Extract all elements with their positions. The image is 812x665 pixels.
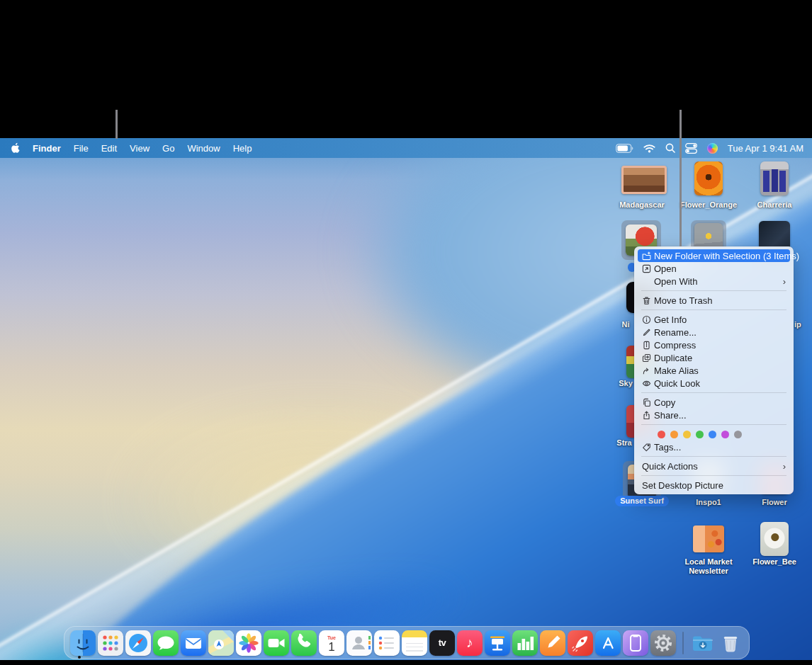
menubar-clock[interactable]: Tue Apr 1 9:41 AM <box>728 143 803 154</box>
desktop-file-flower-bee[interactable] <box>760 522 789 556</box>
menu-item-compress[interactable]: Compress <box>638 339 790 351</box>
dock-mail-icon[interactable] <box>181 630 206 656</box>
dock-pages-icon[interactable] <box>540 630 565 656</box>
menu-item-make-alias[interactable]: Make Alias <box>638 364 790 377</box>
menu-separator <box>641 456 786 457</box>
trash-icon <box>642 296 654 305</box>
desktop-file-label: Flower_Bee <box>743 557 806 567</box>
desktop-file-label: Flower <box>743 498 806 507</box>
desktop-file-label-selected: Sunset Surf <box>607 496 677 506</box>
menubar-menu-finder[interactable]: Finder <box>33 143 61 154</box>
dock-safari-icon[interactable] <box>125 630 151 656</box>
menu-item-get-info[interactable]: Get Info <box>638 313 790 326</box>
finder-running-indicator <box>78 656 81 659</box>
context-menu: New Folder with Selection (3 Items) Open… <box>634 246 794 494</box>
menu-item-share[interactable]: Share... <box>638 409 790 421</box>
dock-tv-icon[interactable]: tv <box>429 630 455 656</box>
menu-item-open-with[interactable]: Open With › <box>638 275 790 288</box>
tag-dot-purple[interactable] <box>721 431 729 438</box>
menu-item-new-folder-with-selection[interactable]: New Folder with Selection (3 Items) <box>638 249 790 262</box>
submenu-chevron-icon: › <box>783 277 786 286</box>
menu-item-quick-look[interactable]: Quick Look <box>638 377 790 390</box>
dock-calendar-icon[interactable]: Tue1 <box>319 630 344 656</box>
dock-downloads-folder-icon[interactable] <box>690 630 716 656</box>
tags-icon <box>642 443 654 452</box>
menubar-menu-go[interactable]: Go <box>162 143 174 154</box>
menu-item-copy[interactable]: Copy <box>638 396 790 409</box>
wallpaper-layer <box>43 372 595 627</box>
desktop-file-label: Inspo1 <box>677 498 740 507</box>
desktop-file-madagascar[interactable] <box>621 166 667 194</box>
siri-icon[interactable] <box>707 143 718 154</box>
submenu-chevron-icon: › <box>783 462 786 471</box>
dock-system-settings-icon[interactable] <box>650 630 676 656</box>
dock-music-icon[interactable] <box>457 630 483 656</box>
apple-menu-icon[interactable] <box>11 142 20 154</box>
menubar-menu-window[interactable]: Window <box>187 143 220 154</box>
dock-trash-icon[interactable] <box>718 630 743 656</box>
dock-rocket-icon[interactable] <box>568 630 593 656</box>
menu-separator <box>641 424 786 425</box>
dock-keynote-icon[interactable] <box>485 630 510 656</box>
desktop-file-label: Charreria <box>743 200 806 210</box>
desktop-file-flower-orange[interactable] <box>694 161 723 195</box>
desktop-file-charreria[interactable] <box>760 161 789 195</box>
menu-item-duplicate[interactable]: Duplicate <box>638 351 790 364</box>
search-icon[interactable] <box>665 143 675 153</box>
screenshot-stage: Finder File Edit View Go Window Help Tue… <box>0 0 812 665</box>
dock-numbers-icon[interactable] <box>512 630 538 656</box>
menu-bar-status: Tue Apr 1 9:41 AM <box>616 143 812 154</box>
tag-dot-blue[interactable] <box>709 431 716 438</box>
dock-maps-icon[interactable] <box>208 630 234 656</box>
menu-item-move-to-trash[interactable]: Move to Trash <box>638 294 790 307</box>
dock-phone-icon[interactable] <box>291 630 317 656</box>
menu-separator <box>641 309 786 310</box>
open-icon <box>642 264 654 273</box>
dock-messages-icon[interactable] <box>153 630 179 656</box>
callout-line-menubar <box>115 110 118 139</box>
wifi-icon[interactable] <box>643 144 655 153</box>
battery-icon[interactable] <box>616 144 633 153</box>
desktop[interactable]: Finder File Edit View Go Window Help Tue… <box>0 138 812 660</box>
control-center-icon[interactable] <box>685 143 697 154</box>
menubar-menu-help[interactable]: Help <box>233 143 252 154</box>
menu-separator <box>641 475 786 476</box>
dock-notes-icon[interactable] <box>402 630 427 656</box>
dock-appstore-icon[interactable] <box>595 630 621 656</box>
tag-dot-yellow[interactable] <box>683 431 691 438</box>
desktop-file-label: Flower_Orange <box>677 200 740 210</box>
info-icon <box>642 315 654 324</box>
make-alias-icon <box>642 366 654 375</box>
dock-facetime-icon[interactable] <box>264 630 289 656</box>
menubar-menu-file[interactable]: File <box>74 143 89 154</box>
menubar-menu-view[interactable]: View <box>130 143 150 154</box>
dock-separator <box>682 632 684 654</box>
menu-item-rename[interactable]: Rename... <box>638 326 790 339</box>
menu-item-tags[interactable]: Tags... <box>638 441 790 453</box>
desktop-file-label-fragment: Sky <box>615 379 636 388</box>
calendar-day: 1 <box>328 641 334 654</box>
rename-icon <box>642 328 654 337</box>
desktop-file-local-market-newsletter[interactable] <box>693 525 724 552</box>
dock-reminders-icon[interactable] <box>374 630 400 656</box>
dock-finder-icon[interactable] <box>70 630 96 656</box>
letterbox-top <box>0 0 812 138</box>
menubar-menu-edit[interactable]: Edit <box>101 143 117 154</box>
menu-item-quick-actions[interactable]: Quick Actions › <box>638 460 790 472</box>
tag-dot-red[interactable] <box>658 431 665 438</box>
menu-item-set-desktop-picture[interactable]: Set Desktop Picture <box>638 479 790 491</box>
menu-item-open[interactable]: Open <box>638 262 790 275</box>
desktop-file-label: Local Market Newsletter <box>673 557 744 576</box>
new-folder-icon <box>642 251 654 261</box>
tag-dot-green[interactable] <box>696 431 704 438</box>
dock-launchpad-icon[interactable] <box>98 630 123 656</box>
desktop-file-label-fragment: Stra <box>612 438 636 448</box>
letterbox-bottom <box>0 660 812 665</box>
quick-look-icon <box>642 379 654 388</box>
share-icon <box>642 411 654 420</box>
tag-dot-gray[interactable] <box>734 431 742 438</box>
dock-iphone-mirroring-icon[interactable] <box>623 630 648 656</box>
dock-photos-icon[interactable] <box>236 630 261 656</box>
dock-contacts-icon[interactable] <box>346 630 372 656</box>
tag-dot-orange[interactable] <box>670 431 678 438</box>
